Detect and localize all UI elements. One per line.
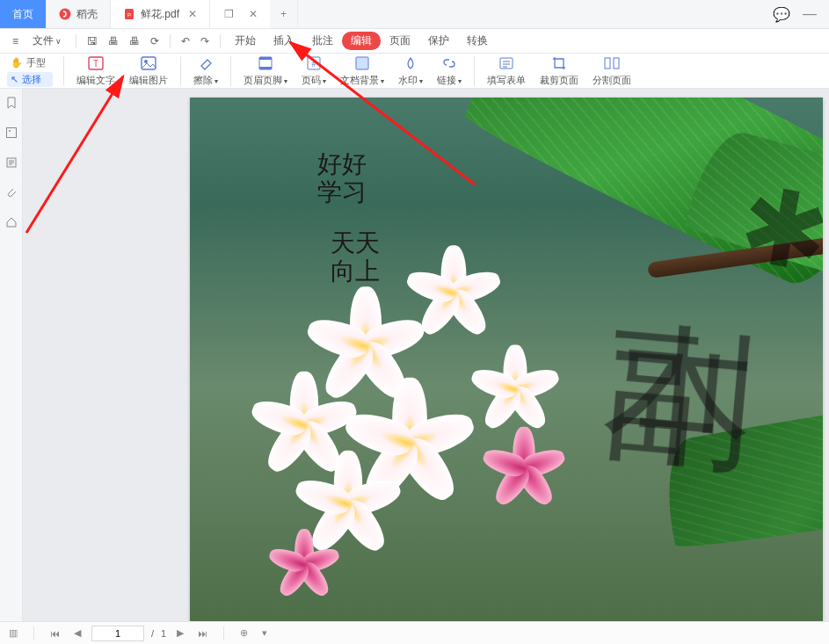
header-footer-icon bbox=[257, 55, 274, 71]
crop-icon bbox=[550, 55, 568, 71]
menu-bar: ≡ 文件∨ 🖫 🖶 🖶 ⟳ ↶ ↷ 开始 插入 批注 编辑 页面 保护 转换 bbox=[0, 29, 829, 54]
header-footer-button[interactable]: 页眉页脚▾ bbox=[236, 55, 295, 87]
page-total: 1 bbox=[161, 628, 166, 639]
search-icon[interactable] bbox=[4, 156, 18, 170]
attachment-icon[interactable] bbox=[4, 185, 18, 199]
first-page-button[interactable]: ⏮ bbox=[47, 628, 63, 639]
split-page-button[interactable]: 分割页面 bbox=[585, 55, 638, 87]
menu-convert[interactable]: 转换 bbox=[458, 33, 497, 48]
tab-file-label: 鲜花.pdf bbox=[141, 7, 179, 22]
svg-rect-5 bbox=[142, 57, 156, 69]
cursor-icon: ↖ bbox=[11, 74, 18, 85]
svg-rect-14 bbox=[605, 58, 610, 69]
page-number-input[interactable] bbox=[91, 626, 144, 641]
print-icon[interactable]: 🖶 bbox=[103, 35, 124, 47]
svg-text:T: T bbox=[93, 59, 98, 69]
left-sidebar bbox=[0, 89, 23, 621]
edit-image-button[interactable]: 编辑图片 bbox=[122, 55, 175, 87]
svg-rect-12 bbox=[356, 57, 368, 69]
form-icon bbox=[498, 55, 515, 71]
svg-text:#: # bbox=[311, 60, 316, 69]
edit-image-icon bbox=[140, 55, 157, 71]
menu-start[interactable]: 开始 bbox=[226, 33, 265, 48]
page-number-icon: # bbox=[305, 55, 323, 71]
background-icon bbox=[353, 55, 371, 71]
svg-point-6 bbox=[144, 60, 148, 63]
view-mode-icon[interactable]: ▾ bbox=[258, 627, 271, 639]
select-tool[interactable]: ↖ 选择 bbox=[7, 72, 53, 87]
menu-edit[interactable]: 编辑 bbox=[342, 32, 381, 50]
svg-point-0 bbox=[60, 9, 71, 20]
page-separator: / bbox=[151, 628, 154, 639]
svg-rect-8 bbox=[259, 57, 272, 60]
link-icon bbox=[440, 55, 458, 71]
eraser-icon bbox=[197, 55, 215, 71]
tab-home-label: 首页 bbox=[12, 7, 33, 22]
rotate-icon[interactable]: ⟳ bbox=[145, 35, 164, 47]
ribbon: ✋ 手型 ↖ 选择 T 编辑文字 编辑图片 擦除▾ 页眉页脚▾ # 页码▾ 文档… bbox=[0, 54, 829, 89]
tab-file[interactable]: P 鲜花.pdf ✕ bbox=[111, 0, 210, 28]
crop-page-button[interactable]: 裁剪页面 bbox=[533, 55, 585, 87]
sidebar-toggle-icon[interactable]: ▥ bbox=[5, 627, 21, 639]
last-page-button[interactable]: ⏭ bbox=[194, 628, 211, 639]
undo-icon[interactable]: ↶ bbox=[176, 35, 195, 47]
file-menu[interactable]: 文件∨ bbox=[24, 33, 70, 48]
prev-page-button[interactable]: ◀ bbox=[70, 627, 84, 639]
redo-icon[interactable]: ↷ bbox=[195, 35, 215, 47]
flower-photo bbox=[190, 98, 823, 621]
document-canvas[interactable]: 好好 学习 天天 向上 副本 ✱ bbox=[23, 89, 829, 621]
fill-form-button[interactable]: 填写表单 bbox=[480, 55, 533, 87]
split-icon bbox=[603, 55, 621, 71]
tab-add[interactable]: + bbox=[270, 0, 298, 28]
chat-icon[interactable]: 💬 bbox=[773, 6, 790, 23]
pdf-page[interactable]: 好好 学习 天天 向上 副本 ✱ bbox=[190, 98, 823, 621]
watermark-button[interactable]: 水印▾ bbox=[391, 55, 430, 87]
menu-protect[interactable]: 保护 bbox=[419, 33, 458, 48]
status-bar: ▥ ⏮ ◀ / 1 ▶ ⏭ ⊕ ▾ bbox=[0, 621, 829, 644]
menu-page[interactable]: 页面 bbox=[381, 33, 419, 48]
thumbnail-icon[interactable] bbox=[4, 126, 18, 140]
tab-close-icon[interactable]: ✕ bbox=[188, 8, 197, 20]
overlay-text-1[interactable]: 好好 学习 bbox=[317, 150, 367, 206]
svg-rect-16 bbox=[6, 128, 16, 138]
tab-bar: 首页 稻壳 P 鲜花.pdf ✕ ❐ ✕ + 💬 — bbox=[0, 0, 829, 29]
svg-text:P: P bbox=[127, 12, 131, 18]
svg-rect-15 bbox=[614, 58, 619, 69]
tab-daoke-label: 稻壳 bbox=[76, 7, 98, 22]
svg-rect-9 bbox=[259, 67, 272, 69]
watermark-icon bbox=[402, 55, 419, 71]
link-button[interactable]: 链接▾ bbox=[430, 55, 469, 87]
home-panel-icon[interactable] bbox=[4, 215, 18, 229]
plus-icon: + bbox=[280, 8, 287, 20]
save-icon[interactable]: 🖫 bbox=[82, 35, 103, 47]
tab-home[interactable]: 首页 bbox=[0, 0, 47, 28]
hand-icon: ✋ bbox=[11, 57, 23, 69]
erase-button[interactable]: 擦除▾ bbox=[186, 55, 225, 87]
menu-insert[interactable]: 插入 bbox=[265, 33, 303, 48]
page-number-button[interactable]: # 页码▾ bbox=[295, 55, 333, 87]
edit-text-button[interactable]: T 编辑文字 bbox=[69, 55, 122, 87]
minimize-icon[interactable]: — bbox=[803, 6, 817, 22]
tab-overflow[interactable]: ❐ ✕ bbox=[210, 0, 270, 28]
print-quick-icon[interactable]: 🖶 bbox=[124, 35, 145, 47]
next-page-button[interactable]: ▶ bbox=[173, 627, 187, 639]
hand-tool[interactable]: ✋ 手型 bbox=[7, 55, 53, 70]
background-button[interactable]: 文档背景▾ bbox=[333, 55, 391, 87]
svg-point-17 bbox=[9, 130, 11, 132]
menu-hamburger-icon[interactable]: ≡ bbox=[7, 35, 24, 47]
tab-close-icon[interactable]: ✕ bbox=[249, 8, 258, 20]
menu-annotate[interactable]: 批注 bbox=[303, 33, 342, 48]
overlay-text-2[interactable]: 天天 向上 bbox=[331, 229, 380, 286]
bookmark-icon[interactable] bbox=[4, 96, 18, 110]
pdf-file-icon: P bbox=[123, 8, 135, 20]
tab-daoke[interactable]: 稻壳 bbox=[47, 0, 111, 28]
copy-icon: ❐ bbox=[222, 8, 235, 20]
zoom-fit-icon[interactable]: ⊕ bbox=[236, 627, 251, 639]
docer-icon bbox=[59, 8, 71, 20]
edit-text-icon: T bbox=[87, 55, 105, 71]
